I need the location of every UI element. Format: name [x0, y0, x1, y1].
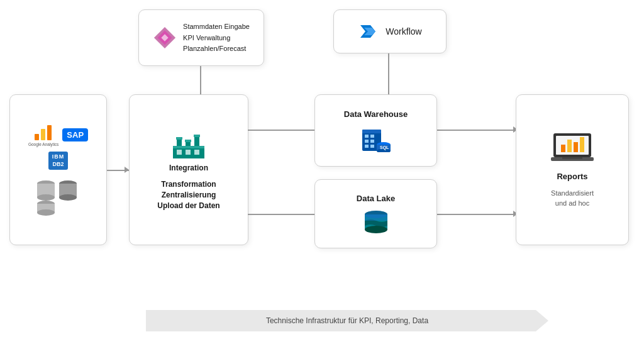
- stammdaten-line2: KPI Verwaltung: [183, 33, 250, 43]
- svg-rect-23: [194, 135, 200, 137]
- bottom-arrow-shape: Technische Infrastruktur für KPI, Report…: [146, 310, 548, 331]
- svg-rect-44: [365, 214, 387, 221]
- svg-rect-52: [562, 157, 582, 159]
- power-automate-icon: [358, 21, 378, 42]
- svg-rect-6: [41, 129, 45, 140]
- datawarehouse-title: Data Warehouse: [344, 109, 408, 120]
- svg-point-16: [37, 209, 55, 216]
- datalake-icon: [362, 209, 390, 235]
- sources-row-1: Google Analytics SAP: [28, 124, 88, 147]
- diagram-container: Stammdaten Eingabe KPI Verwaltung Planza…: [0, 0, 644, 349]
- footer-text: Technische Infrastruktur für KPI, Report…: [266, 316, 428, 325]
- card-workflow: Workflow: [333, 9, 447, 53]
- connector-workflow-vertical: [388, 53, 389, 94]
- arrow-src-int: [125, 167, 129, 173]
- card-datawarehouse: Data Warehouse SQL: [314, 94, 437, 167]
- svg-rect-33: [370, 140, 374, 143]
- stammdaten-line3: Planzahlen/Forecast: [183, 43, 250, 54]
- svg-point-10: [37, 194, 55, 201]
- factory-icon: [172, 130, 206, 160]
- connector-dw-rep: [437, 130, 516, 131]
- connector-stammdaten-vertical: [200, 66, 201, 94]
- google-analytics-logo: Google Analytics: [28, 124, 58, 147]
- svg-rect-35: [370, 145, 374, 148]
- reports-laptop-icon: [550, 131, 595, 166]
- card-reports: Reports Standardisiertund ad hoc: [516, 94, 629, 245]
- card-stammdaten: Stammdaten Eingabe KPI Verwaltung Planza…: [138, 9, 264, 66]
- svg-rect-7: [47, 125, 52, 140]
- sources-row-3: [33, 175, 84, 216]
- integration-texts: Integration Transformation Zentralisieru…: [157, 163, 219, 210]
- integration-line2: Transformation: [161, 180, 216, 189]
- svg-rect-49: [574, 142, 578, 152]
- svg-rect-34: [365, 145, 369, 148]
- workflow-label: Workflow: [386, 26, 421, 36]
- connector-int-dw: [248, 130, 314, 131]
- database-icon: [33, 175, 84, 216]
- sources-row-2: IBM DB2: [48, 152, 69, 170]
- card-datalake: Data Lake: [314, 179, 437, 248]
- svg-rect-31: [370, 135, 374, 138]
- datalake-title: Data Lake: [357, 193, 395, 204]
- svg-rect-21: [176, 137, 182, 140]
- svg-rect-50: [580, 137, 584, 152]
- card-integration: Integration Transformation Zentralisieru…: [129, 94, 248, 245]
- svg-text:SQL: SQL: [380, 145, 389, 150]
- integration-line4: Upload der Daten: [157, 201, 219, 210]
- ibm-db2-logo: IBM DB2: [48, 152, 69, 170]
- svg-rect-25: [186, 150, 191, 155]
- svg-rect-48: [567, 140, 572, 152]
- connector-dl-rep: [437, 214, 516, 215]
- reports-title: Reports: [557, 171, 587, 182]
- svg-rect-24: [177, 150, 182, 155]
- stammdaten-line1: Stammdaten Eingabe: [183, 21, 250, 32]
- sqlserver-icon: SQL: [360, 126, 392, 152]
- integration-line1: Integration: [169, 163, 208, 172]
- svg-rect-26: [194, 150, 199, 155]
- bottom-arrow-container: Technische Infrastruktur für KPI, Report…: [113, 310, 581, 331]
- svg-point-42: [365, 226, 387, 233]
- svg-rect-30: [365, 135, 369, 138]
- svg-rect-32: [365, 140, 369, 143]
- svg-rect-29: [362, 130, 381, 133]
- svg-rect-47: [561, 145, 565, 152]
- reports-subtitle: Standardisiertund ad hoc: [551, 188, 594, 209]
- svg-point-13: [59, 194, 77, 201]
- svg-rect-27: [173, 146, 204, 148]
- card-sources: Google Analytics SAP IBM DB2: [9, 94, 107, 245]
- powerapps-icon: [153, 26, 177, 50]
- svg-rect-22: [185, 140, 191, 142]
- sap-logo: SAP: [62, 128, 88, 141]
- integration-line3: Zentralisierung: [162, 191, 216, 199]
- svg-rect-5: [35, 134, 39, 140]
- sources-grid: Google Analytics SAP IBM DB2: [16, 124, 100, 216]
- connector-int-dl: [248, 214, 314, 215]
